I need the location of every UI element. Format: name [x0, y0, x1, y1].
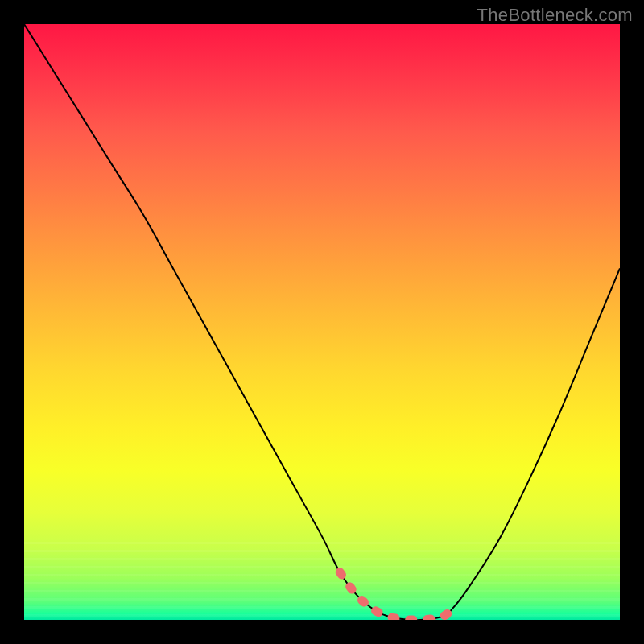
curve-svg — [24, 24, 620, 620]
watermark-text: TheBottleneck.com — [477, 5, 633, 26]
bottleneck-curve-line — [24, 24, 620, 620]
chart-area — [24, 24, 620, 620]
